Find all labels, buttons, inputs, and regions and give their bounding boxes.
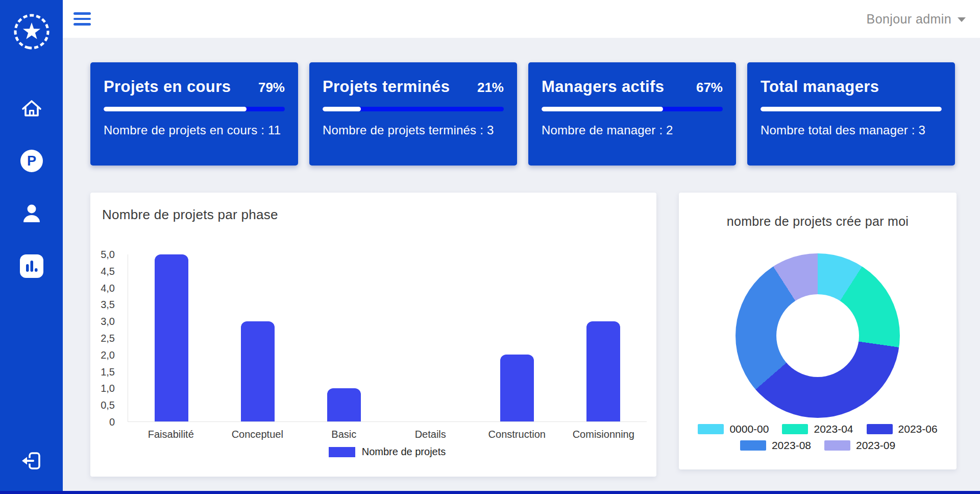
bar-column — [214, 254, 301, 421]
stats-icon — [19, 254, 44, 278]
bar-x-label: Conceptuel — [214, 429, 301, 440]
sidebar-nav: P — [19, 96, 44, 278]
sidebar-item-projects[interactable]: P — [19, 149, 44, 173]
donut-legend-label: 2023-04 — [814, 423, 853, 435]
progress-fill — [542, 107, 663, 111]
kpi-subtitle: Nombre de projets en cours : 11 — [104, 123, 285, 137]
bar-legend-label: Nombre de projets — [362, 446, 446, 458]
bar — [500, 355, 534, 421]
sidebar-item-logout[interactable] — [19, 449, 44, 473]
user-menu[interactable]: Bonjour admin — [867, 12, 966, 27]
menu-toggle-button[interactable] — [74, 12, 91, 26]
topbar: Bonjour admin — [63, 0, 980, 38]
donut — [736, 253, 900, 418]
bar-chart-title: Nombre de projets par phase — [102, 207, 278, 223]
kpi-subtitle: Nombre de manager : 2 — [542, 123, 723, 137]
sidebar-item-stats[interactable] — [19, 254, 44, 278]
kpi-percent: 21% — [477, 80, 504, 96]
sidebar-item-home[interactable] — [19, 96, 44, 121]
y-tick-label: 4,0 — [101, 282, 115, 294]
progress-fill — [104, 107, 247, 111]
progress-bar — [542, 107, 723, 111]
kpi-percent: 79% — [258, 80, 285, 96]
charts-row: Nombre de projets par phase 5,04,54,03,5… — [90, 193, 980, 477]
kpi-subtitle: Nombre de projets terminés : 3 — [323, 123, 504, 137]
progress-bar — [761, 107, 942, 111]
donut-legend-swatch — [824, 440, 850, 451]
projects-p-icon: P — [19, 149, 44, 173]
bar-legend-swatch — [329, 447, 355, 457]
y-tick-label: 3,0 — [101, 316, 115, 327]
y-tick-label: 2,0 — [101, 349, 115, 361]
kpi-card: Projets en cours 79% Nombre de projets e… — [90, 62, 298, 166]
bar-column — [128, 254, 214, 421]
bar-legend: Nombre de projets — [128, 446, 647, 458]
donut-legend-item: 2023-06 — [867, 423, 938, 435]
bar-x-label: Faisabilité — [128, 429, 214, 440]
bar-x-label: Comisionning — [560, 429, 647, 440]
donut-legend-item: 0000-00 — [698, 423, 769, 435]
bar — [586, 321, 620, 421]
home-icon — [19, 96, 44, 121]
donut-legend-label: 2023-09 — [856, 439, 895, 452]
kpi-card: Projets terminés 21% Nombre de projets t… — [309, 62, 517, 166]
donut-legend-item: 2023-04 — [782, 423, 853, 435]
donut-legend-label: 0000-00 — [729, 423, 769, 435]
bar-column — [301, 254, 387, 421]
progress-fill — [761, 107, 942, 111]
bar-x-label: Details — [387, 429, 474, 440]
y-tick-label: 0,5 — [101, 399, 115, 411]
y-tick-label: 5,0 — [101, 249, 115, 261]
y-tick-label: 0 — [109, 416, 115, 428]
chevron-down-icon — [958, 17, 966, 22]
kpi-title: Managers actifs — [542, 78, 664, 96]
y-tick-label: 1,5 — [101, 366, 115, 378]
donut-chart-title: nombre de projets crée par moi — [679, 214, 957, 229]
kpi-percent: 67% — [696, 80, 723, 96]
donut-legend-swatch — [867, 424, 893, 434]
kpi-card: Total managers Nombre total des manager … — [747, 62, 955, 166]
donut-legend-item: 2023-08 — [740, 439, 811, 452]
y-tick-label: 4,5 — [101, 265, 115, 277]
y-tick-label: 1,0 — [101, 383, 115, 394]
y-tick-label: 3,5 — [101, 299, 115, 311]
sidebar: P — [0, 0, 63, 494]
svg-text:P: P — [27, 153, 36, 169]
donut-legend-swatch — [698, 424, 724, 434]
donut-chart-panel: nombre de projets crée par moi 0000-0020… — [679, 193, 957, 469]
greeting-text: Bonjour admin — [867, 12, 951, 27]
bar-column — [560, 254, 647, 421]
donut-legend-label: 2023-08 — [772, 439, 811, 452]
kpi-subtitle: Nombre total des manager : 3 — [761, 123, 942, 137]
bar — [155, 254, 188, 421]
y-tick-label: 2,5 — [101, 333, 115, 344]
hamburger-icon — [74, 12, 91, 15]
kpi-card: Managers actifs 67% Nombre de manager : … — [528, 62, 736, 166]
donut-legend-swatch — [782, 424, 808, 434]
bar-column — [474, 254, 560, 421]
kpi-title: Projets en cours — [104, 78, 231, 96]
kpi-title: Projets terminés — [323, 78, 450, 96]
bar-chart-panel: Nombre de projets par phase 5,04,54,03,5… — [90, 193, 656, 477]
bar-y-axis: 5,04,54,03,53,02,52,01,51,00,50 — [90, 254, 121, 422]
bar-plot — [128, 254, 647, 422]
bar-x-label: Construction — [474, 429, 560, 440]
progress-bar — [323, 107, 504, 111]
bar-x-label: Basic — [301, 429, 387, 440]
kpi-title: Total managers — [761, 78, 879, 96]
app-logo — [11, 10, 52, 51]
bar — [327, 388, 361, 421]
bottom-accent-strip — [0, 491, 980, 494]
sidebar-item-users[interactable] — [19, 201, 44, 226]
donut-legend-swatch — [740, 440, 766, 451]
kpi-cards-row: Projets en cours 79% Nombre de projets e… — [90, 62, 980, 166]
donut-legend-label: 2023-06 — [898, 423, 938, 435]
bar-column — [387, 254, 474, 421]
progress-fill — [323, 107, 361, 111]
logout-icon — [19, 449, 44, 473]
bar-x-labels: FaisabilitéConceptuelBasicDetailsConstru… — [128, 429, 647, 440]
bar — [241, 321, 275, 421]
donut-legend: 0000-002023-042023-062023-082023-09 — [692, 423, 943, 452]
progress-bar — [104, 107, 285, 111]
main-content: Projets en cours 79% Nombre de projets e… — [63, 38, 980, 494]
